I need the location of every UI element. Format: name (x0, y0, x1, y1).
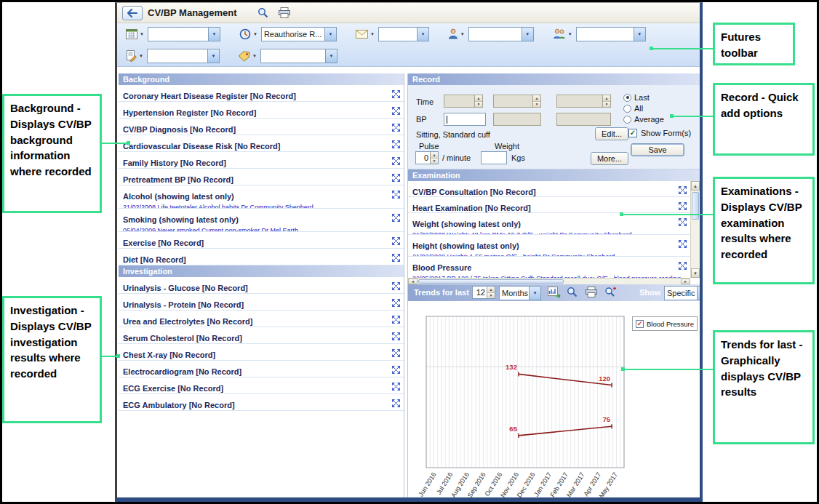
expand-icon[interactable] (678, 185, 687, 194)
spinner-arrows-icon[interactable]: ▲▼ (487, 287, 495, 298)
spinner-arrows-icon[interactable]: ▲▼ (602, 95, 610, 107)
scroll-right-icon[interactable]: ► (681, 279, 690, 284)
spinner-arrows-icon[interactable]: ▲▼ (532, 95, 540, 107)
back-button[interactable] (122, 6, 143, 20)
list-item[interactable]: CV/BP Diagnosis [No Record] (119, 119, 404, 135)
expand-icon[interactable] (391, 122, 401, 132)
expand-icon[interactable] (678, 260, 687, 270)
patients-icon[interactable] (553, 28, 566, 39)
radio-all[interactable]: All (623, 104, 643, 113)
examination-vertical-scrollbar[interactable]: ▲ ▼ (690, 181, 700, 278)
expand-icon[interactable] (391, 381, 401, 391)
radio-last[interactable]: Last (623, 93, 650, 102)
expand-icon[interactable] (391, 156, 401, 165)
expand-icon[interactable] (391, 348, 401, 357)
expand-icon[interactable] (391, 364, 401, 374)
tag-combo[interactable]: ▼ (260, 49, 337, 63)
edit-note-combo[interactable]: ▼ (147, 49, 220, 63)
list-item[interactable]: Urinalysis - Protein [No Record] (119, 294, 404, 311)
spinner-arrows-icon[interactable]: ▲▼ (430, 152, 438, 164)
list-item[interactable]: Urea and Electrolytes [No Record] (119, 311, 404, 327)
scroll-down-icon[interactable]: ▼ (691, 268, 700, 278)
expand-icon[interactable] (678, 217, 687, 226)
chevron-down-icon[interactable]: ▼ (460, 32, 465, 36)
expand-icon[interactable] (391, 105, 401, 115)
show-forms-checkbox[interactable]: ✓ Show Form(s) (628, 129, 691, 137)
patient-icon[interactable] (448, 28, 458, 39)
expand-icon[interactable] (391, 236, 401, 245)
chevron-down-icon[interactable]: ▼ (370, 32, 375, 36)
dropdown-arrow-icon[interactable]: ▼ (208, 28, 220, 41)
list-item[interactable]: Electrocardiogram [No Record] (119, 361, 404, 377)
chevron-down-icon[interactable]: ▼ (140, 32, 144, 36)
dropdown-arrow-icon[interactable]: ▼ (522, 28, 533, 41)
list-item[interactable]: Chest X-ray [No Record] (119, 344, 404, 361)
list-item[interactable]: Urinalysis - Glucose [No Record] (119, 277, 404, 294)
list-item[interactable]: ECG Ambulatory [No Record] (119, 394, 404, 411)
print-icon[interactable] (585, 287, 598, 300)
list-item[interactable]: ECG Exercise [No Record] (119, 377, 404, 394)
dropdown-arrow-icon[interactable]: ▼ (325, 49, 337, 63)
pulse-stepper[interactable]: 0▲▼ (415, 151, 439, 164)
expand-icon[interactable] (391, 314, 401, 324)
chart-export-icon[interactable] (548, 287, 561, 301)
radio-average[interactable]: Average (623, 115, 664, 124)
edit-note-icon[interactable] (126, 50, 137, 62)
tag-icon[interactable] (239, 51, 250, 62)
expand-icon[interactable] (391, 281, 401, 290)
list-item[interactable]: Blood Pressure 22/05/2017 BP 120 / 75 ta… (408, 257, 690, 278)
examination-horizontal-scrollbar[interactable]: ◄ ► (408, 278, 690, 284)
print-icon[interactable] (278, 7, 291, 18)
scroll-left-icon[interactable]: ◄ (408, 279, 418, 284)
trend-period-stepper[interactable]: 12▲▼ (472, 286, 495, 299)
chevron-down-icon[interactable]: ▼ (139, 54, 143, 58)
save-button[interactable]: Save (631, 143, 684, 156)
edit-button[interactable]: Edit... (595, 127, 628, 140)
legend-checkbox[interactable]: ✓ (636, 320, 644, 328)
dropdown-arrow-icon[interactable]: ▼ (634, 28, 645, 41)
expand-icon[interactable] (391, 139, 401, 148)
list-item[interactable]: Family History [No Record] (119, 152, 404, 169)
list-item[interactable]: Cardiovascular Disease Risk [No Record] (119, 135, 404, 152)
dropdown-arrow-icon[interactable]: ▼ (207, 49, 219, 63)
list-item[interactable]: Smoking (showing latest only) 05/04/2009… (119, 209, 404, 232)
expand-icon[interactable] (391, 252, 401, 262)
weight-field[interactable] (481, 151, 507, 164)
patients-combo[interactable]: ▼ (576, 27, 646, 41)
list-item[interactable]: Weight (showing latest only) 21/02/2008 … (408, 213, 690, 235)
trend-period-unit-combo[interactable]: Months▼ (499, 286, 541, 300)
expand-icon[interactable] (391, 398, 401, 407)
search-icon[interactable] (257, 7, 268, 18)
list-item[interactable]: CV/BP Consultation [No Record] (408, 181, 690, 197)
dropdown-arrow-icon[interactable]: ▼ (529, 287, 540, 300)
list-item[interactable]: Heart Examination [No Record] (408, 197, 690, 213)
patient-combo[interactable]: ▼ (468, 27, 534, 41)
horizontal-scrollbar-thumb[interactable] (418, 279, 564, 284)
chevron-down-icon[interactable]: ▼ (568, 32, 572, 36)
calendar-icon[interactable] (126, 28, 137, 39)
mail-icon[interactable] (356, 30, 368, 39)
chevron-down-icon[interactable]: ▼ (252, 54, 257, 58)
scroll-up-icon[interactable]: ▲ (691, 181, 700, 191)
expand-icon[interactable] (391, 297, 401, 307)
zoom-in-icon[interactable] (604, 287, 616, 300)
list-item[interactable]: Height (showing latest only) 21/02/2008 … (408, 235, 690, 257)
show-combo[interactable]: Specific Me▼ (664, 286, 700, 300)
list-item[interactable]: Diet [No Record] (119, 249, 404, 265)
calendar-combo[interactable]: ▼ (148, 27, 220, 41)
list-item[interactable]: Exercise [No Record] (119, 232, 404, 249)
list-item[interactable]: Coronary Heart Disease Register [No Reco… (119, 85, 404, 102)
list-item[interactable]: Hypertension Register [No Record] (119, 102, 404, 119)
list-item[interactable]: Pretreatment BP [No Record] (119, 169, 404, 185)
vertical-scrollbar-thumb[interactable] (692, 192, 699, 220)
bp-field-1[interactable] (444, 113, 486, 126)
list-item[interactable]: Alcohol (showing latest only) 21/02/2008… (119, 185, 404, 209)
expand-icon[interactable] (391, 212, 401, 222)
spinner-arrows-icon[interactable]: ▲▼ (474, 95, 482, 107)
list-item[interactable]: Serum Cholesterol [No Record] (119, 327, 404, 344)
reauthorise-icon[interactable] (239, 28, 251, 40)
expand-icon[interactable] (678, 201, 687, 210)
expand-icon[interactable] (391, 172, 401, 182)
dropdown-arrow-icon[interactable]: ▼ (697, 287, 700, 300)
chevron-down-icon[interactable]: ▼ (253, 32, 257, 36)
